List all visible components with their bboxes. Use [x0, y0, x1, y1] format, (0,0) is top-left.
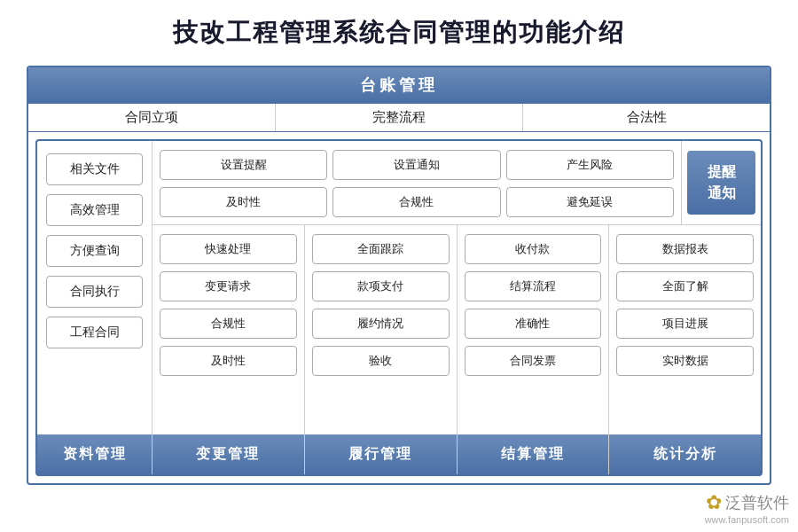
jiesuan-item-0: 收付款 — [465, 234, 602, 264]
sub-header-流程: 完整流程 — [276, 104, 523, 131]
reminder-notification-label: 提醒 通知 — [687, 151, 755, 215]
right-section: 设置提醒 设置通知 产生风险 及时性 合规性 避免延误 — [153, 141, 761, 474]
page-container: 技改工程管理系统合同管理的功能介绍 台账管理 合同立项 完整流程 合法性 相关文… — [0, 0, 798, 532]
tongji-item-1: 全面了解 — [616, 271, 754, 301]
cols-middle: 设置提醒 设置通知 产生风险 及时性 合规性 避免延误 — [153, 141, 761, 474]
luxing-item-0: 全面跟踪 — [312, 234, 450, 264]
sub-header-row: 合同立项 完整流程 合法性 — [28, 103, 770, 132]
biangeng-items: 快速处理 变更请求 合规性 及时性 — [153, 225, 304, 434]
tongji-label: 统计分析 — [609, 434, 761, 474]
reminder-r1-c1: 设置提醒 — [160, 150, 327, 180]
biangeng-item-1: 变更请求 — [160, 271, 297, 301]
reminder-r2-c1: 及时性 — [160, 187, 327, 217]
luxing-item-2: 履约情况 — [312, 309, 450, 339]
biangeng-label: 变更管理 — [153, 434, 304, 474]
reminder-r1-c2: 设置通知 — [332, 150, 500, 180]
page-title: 技改工程管理系统合同管理的功能介绍 — [173, 16, 625, 50]
col-biangeng: 快速处理 变更请求 合规性 及时性 变更管理 — [153, 225, 305, 474]
jiesuan-items: 收付款 结算流程 准确性 合同发票 — [458, 225, 609, 434]
content-area: 相关文件 高效管理 方便查询 合同执行 工程合同 资料管理 — [35, 139, 763, 476]
ziliao-label: 资料管理 — [37, 434, 152, 474]
reminder-row1: 设置提醒 设置通知 产生风险 — [160, 150, 674, 180]
reminder-r2-c3: 避免延误 — [506, 187, 674, 217]
ziliao-item-2: 方便查询 — [46, 235, 143, 267]
ziliao-item-3: 合同执行 — [46, 276, 143, 308]
jiesuan-label: 结算管理 — [458, 434, 609, 474]
ziliao-item-1: 高效管理 — [46, 194, 143, 226]
col-luxing: 全面跟踪 款项支付 履约情况 验收 履行管理 — [305, 225, 458, 474]
sub-header-立项: 合同立项 — [28, 104, 276, 131]
luxing-items: 全面跟踪 款项支付 履约情况 验收 — [305, 225, 457, 434]
jiesuan-item-1: 结算流程 — [465, 271, 602, 301]
reminder-r1-c3: 产生风险 — [506, 150, 674, 180]
jiesuan-item-2: 准确性 — [465, 309, 602, 339]
ziliao-item-0: 相关文件 — [46, 153, 143, 185]
sub-header-合法: 合法性 — [523, 104, 770, 131]
tongji-items: 数据报表 全面了解 项目进展 实时数据 — [609, 225, 761, 434]
reminder-row2: 及时性 合规性 避免延误 — [160, 187, 674, 217]
watermark-url: www.fanpusoft.com — [705, 514, 789, 525]
watermark: ✿ 泛普软件 www.fanpusoft.com — [705, 491, 789, 525]
reminder-items-area: 设置提醒 设置通知 产生风险 及时性 合规性 避免延误 — [153, 141, 681, 224]
col-ziliao: 相关文件 高效管理 方便查询 合同执行 工程合同 资料管理 — [37, 141, 153, 474]
tongji-item-3: 实时数据 — [616, 346, 754, 376]
luxing-item-1: 款项支付 — [312, 271, 450, 301]
biangeng-item-2: 合规性 — [160, 309, 297, 339]
tongji-item-2: 项目进展 — [616, 309, 754, 339]
watermark-icon: ✿ — [706, 491, 722, 514]
col-tongji: 数据报表 全面了解 项目进展 实时数据 统计分析 — [609, 225, 761, 474]
biangeng-item-3: 及时性 — [160, 346, 297, 376]
outer-box: 台账管理 合同立项 完整流程 合法性 相关文件 高效管理 方便查询 合同执行 工… — [27, 66, 771, 485]
luxing-label: 履行管理 — [305, 434, 457, 474]
col-jiesuan: 收付款 结算流程 准确性 合同发票 结算管理 — [458, 225, 610, 474]
luxing-item-3: 验收 — [312, 346, 450, 376]
biangeng-item-0: 快速处理 — [160, 234, 297, 264]
jiesuan-item-3: 合同发票 — [465, 346, 602, 376]
tazhang-header: 台账管理 — [28, 67, 770, 103]
reminder-r2-c2: 合规性 — [332, 187, 500, 217]
reminder-section: 设置提醒 设置通知 产生风险 及时性 合规性 避免延误 — [153, 141, 761, 225]
reminder-notification-box: 提醒 通知 — [681, 141, 761, 224]
watermark-brand: 泛普软件 — [725, 492, 789, 513]
tongji-item-0: 数据报表 — [616, 234, 754, 264]
ziliao-item-4: 工程合同 — [46, 317, 143, 348]
bottom-4-cols: 快速处理 变更请求 合规性 及时性 变更管理 全面跟踪 款项支付 — [153, 225, 761, 474]
ziliao-items: 相关文件 高效管理 方便查询 合同执行 工程合同 — [37, 141, 152, 434]
